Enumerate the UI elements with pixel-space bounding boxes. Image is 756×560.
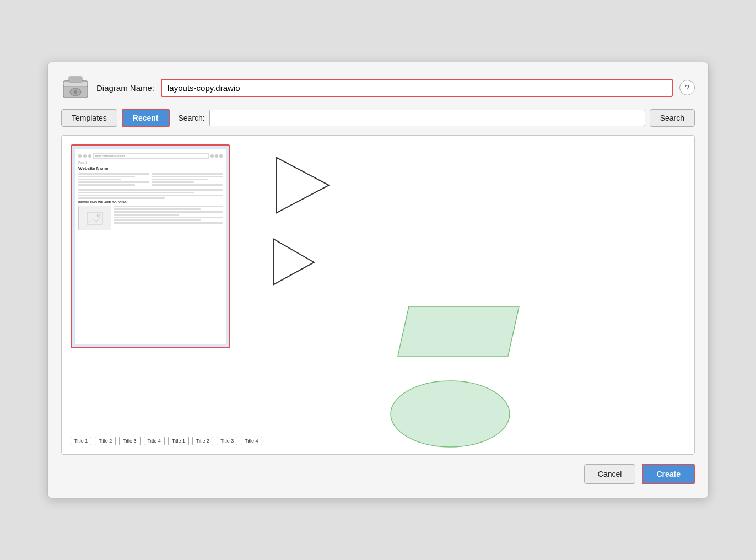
parallelogram-shape — [387, 301, 530, 364]
label-box-6: Title 2 — [192, 437, 213, 445]
diagram-name-input[interactable] — [161, 79, 673, 97]
triangle-top — [266, 152, 337, 218]
label-box-4: Title 4 — [144, 437, 165, 445]
footer-row: Cancel Create — [61, 464, 695, 484]
help-button[interactable]: ? — [679, 80, 695, 95]
search-button[interactable]: Search — [650, 109, 695, 127]
canvas-area: https://www.defaul-t.com Page 1 Website … — [61, 135, 695, 455]
label-box-8: Title 4 — [241, 437, 262, 445]
svg-point-13 — [391, 381, 510, 447]
thumb-browser-bar: https://www.defaul-t.com — [78, 153, 223, 159]
svg-marker-12 — [398, 306, 519, 356]
ellipse-shape — [387, 378, 514, 452]
triangles-group — [266, 152, 337, 290]
diagram-name-label: Diagram Name: — [96, 83, 154, 93]
svg-line-7 — [92, 219, 96, 222]
create-button[interactable]: Create — [642, 464, 695, 484]
label-box-2: Title 2 — [95, 437, 116, 445]
triangle-bottom — [266, 235, 321, 290]
labels-row: Title 1 Title 2 Title 3 Title 4 Title 1 … — [71, 437, 262, 445]
search-label: Search: — [179, 114, 205, 122]
svg-point-9 — [97, 214, 100, 217]
thumb-inner: https://www.defaul-t.com Page 1 Website … — [75, 149, 226, 344]
recent-button[interactable]: Recent — [122, 109, 170, 127]
svg-point-3 — [74, 90, 77, 94]
svg-line-6 — [87, 219, 92, 224]
template-thumbnail[interactable]: https://www.defaul-t.com Page 1 Website … — [71, 144, 230, 348]
disk-icon — [61, 76, 90, 100]
cancel-button[interactable]: Cancel — [584, 464, 636, 484]
label-box-5: Title 1 — [168, 437, 189, 445]
svg-marker-10 — [277, 158, 329, 213]
label-box-3: Title 3 — [119, 437, 140, 445]
label-box-7: Title 3 — [217, 437, 237, 445]
templates-button[interactable]: Templates — [61, 109, 117, 127]
svg-rect-4 — [69, 77, 82, 82]
svg-marker-11 — [274, 239, 314, 284]
new-diagram-dialog: Diagram Name: ? Templates Recent Search:… — [47, 62, 709, 498]
header-row: Diagram Name: ? — [61, 76, 695, 100]
toolbar-row: Templates Recent Search: Search — [61, 109, 695, 127]
label-box-1: Title 1 — [71, 437, 91, 445]
search-input[interactable] — [209, 110, 645, 126]
